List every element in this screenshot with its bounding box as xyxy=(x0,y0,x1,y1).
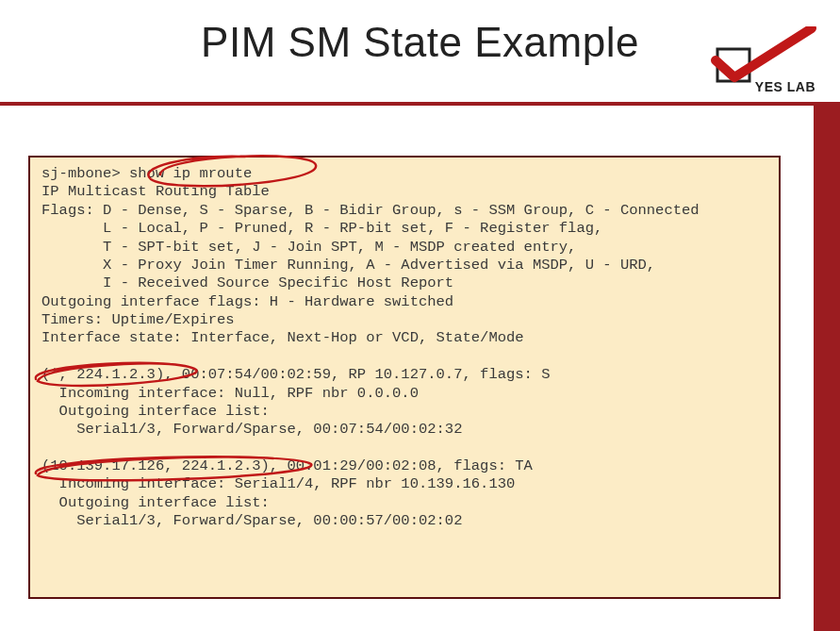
terminal-output: sj-mbone> show ip mroute IP Multicast Ro… xyxy=(28,156,781,599)
entry2-oil-item: Serial1/3, Forward/Sparse, 00:00:57/00:0… xyxy=(41,512,462,529)
oif-flags: Outgoing interface flags: H - Hardware s… xyxy=(41,293,453,310)
command-text: show ip mroute xyxy=(129,165,252,182)
divider-vertical xyxy=(814,102,840,631)
entry1-oil-label: Outgoing interface list: xyxy=(41,403,270,420)
flags-line-3: X - Proxy Join Timer Running, A - Advert… xyxy=(41,257,655,274)
logo-text: YES LAB xyxy=(755,79,815,94)
entry2-incoming: Incoming interface: Serial1/4, RPF nbr 1… xyxy=(41,475,515,492)
entry1-head: (*, 224.1.2.3), 00:07:54/00:02:59, RP 10… xyxy=(41,366,551,383)
flags-line-0: Flags: D - Dense, S - Sparse, B - Bidir … xyxy=(41,202,700,219)
divider-horizontal xyxy=(0,102,840,106)
table-header: IP Multicast Routing Table xyxy=(41,183,270,200)
slide: PIM SM State Example YES LAB sj-mbone> s… xyxy=(0,0,840,631)
entry2-head: (10.139.17.126, 224.1.2.3), 00:01:29/00:… xyxy=(41,457,533,474)
iface-state-line: Interface state: Interface, Next-Hop or … xyxy=(41,329,524,346)
flags-line-2: T - SPT-bit set, J - Join SPT, M - MSDP … xyxy=(41,239,576,256)
entry1-incoming: Incoming interface: Null, RPF nbr 0.0.0.… xyxy=(41,385,419,402)
yeslab-logo: YES LAB xyxy=(670,26,821,92)
flags-line-4: I - Received Source Specific Host Report xyxy=(41,274,453,291)
prompt: sj-mbone> xyxy=(41,165,129,182)
entry2-oil-label: Outgoing interface list: xyxy=(41,494,270,511)
flags-line-1: L - Local, P - Pruned, R - RP-bit set, F… xyxy=(41,220,602,237)
entry1-oil-item: Serial1/3, Forward/Sparse, 00:07:54/00:0… xyxy=(41,421,462,438)
timers-line: Timers: Uptime/Expires xyxy=(41,311,235,328)
